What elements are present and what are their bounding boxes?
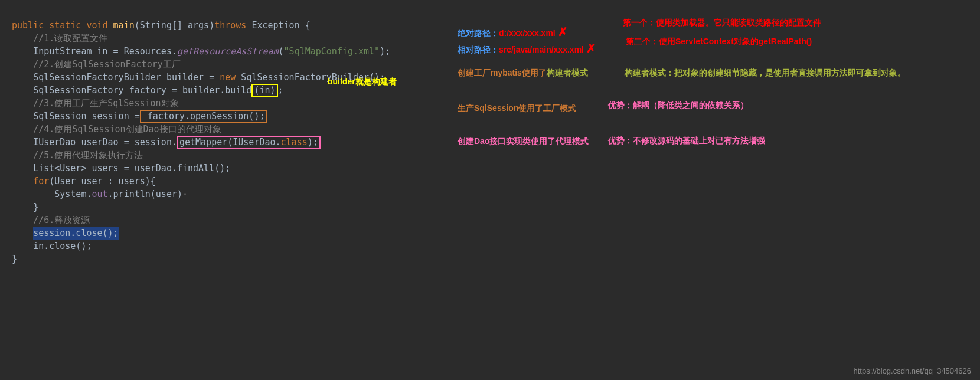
code-line: List<User> users = userDao.findAll();: [12, 163, 230, 173]
dao-adv-annotation: 优势：不修改源码的基础上对已有方法增强: [608, 136, 765, 146]
code-line: //6.释放资源: [12, 215, 90, 225]
code-line: }: [12, 254, 17, 264]
second-note-annotation: 第二个：使用ServletContext对象的getRealPath(): [626, 37, 812, 47]
code-line: session.close();: [12, 228, 119, 238]
first-note-annotation: 第一个：使用类加载器。它只能读取类路径的配置文件: [623, 18, 821, 28]
factory-open-highlight: factory.openSession();: [140, 110, 267, 123]
code-line: //2.创建SqlSessionFactory工厂: [12, 59, 181, 70]
code-line: SqlSessionFactory factory = builder.buil…: [12, 85, 283, 96]
builder-annotation: builder就是构建者: [328, 77, 397, 87]
code-line: IUserDao userDao = session.getMapper(IUs…: [12, 137, 321, 148]
code-line: SqlSession session = factory.openSession…: [12, 111, 267, 122]
builder-pattern-annotation: 构建者模式：把对象的创建细节隐藏，是使用者直接调用方法即可拿到对象。: [625, 66, 949, 79]
session-adv-annotation: 优势：解耦（降低类之间的依赖关系）: [608, 100, 749, 111]
getmapper-highlight: getMapper(IUserDao.class);: [177, 136, 321, 149]
code-line: InputStream in = Resources.getResourceAs…: [12, 46, 390, 57]
rel-path-annotation: 相对路径：src/java/main/xxx.xml ✗: [458, 41, 596, 55]
code-line: }: [12, 202, 38, 212]
code-line: for(User user : users){: [12, 176, 156, 186]
session-note-annotation: 生产SqlSession使用了工厂模式: [458, 103, 576, 114]
x-mark-icon: ✗: [558, 25, 568, 38]
dao-note-annotation: 创建Dao接口实现类使用了代理模式: [458, 133, 593, 149]
code-line: in.close();: [12, 241, 92, 251]
factory-note-annotation: 创建工厂mybatis使用了构建者模式: [458, 68, 588, 78]
code-line: public static void main(String[] args)th…: [12, 20, 311, 31]
code-line: //5.使用代理对象执行方法: [12, 150, 143, 160]
code-line: //1.读取配置文件: [12, 33, 107, 44]
abs-path-annotation: 绝对路径：d:/xxx/xxx.xml ✗: [458, 25, 568, 39]
selected-line: session.close();: [33, 227, 119, 240]
watermark-text: https://blog.csdn.net/qq_34504626: [854, 366, 972, 375]
in-param-highlight: (in): [251, 84, 277, 97]
code-line: System.out.println(user)·: [12, 189, 188, 199]
code-line: //4.使用SqlSession创建Dao接口的代理对象: [12, 124, 221, 135]
code-line: //3.使用工厂生产SqlSession对象: [12, 98, 179, 109]
x-mark-icon: ✗: [586, 42, 596, 55]
